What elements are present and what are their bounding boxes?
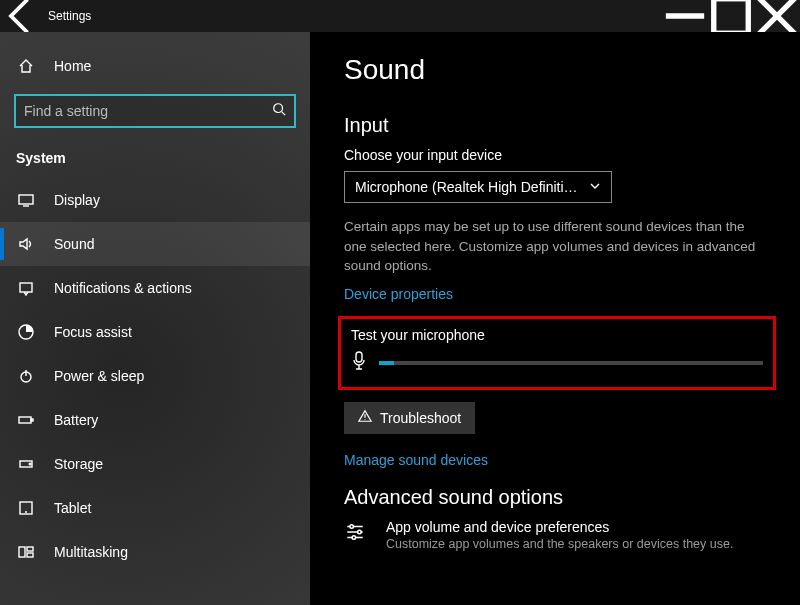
nav-home-label: Home — [54, 58, 91, 74]
window-controls — [662, 0, 800, 32]
svg-rect-14 — [356, 352, 362, 362]
storage-icon — [16, 454, 36, 474]
svg-point-17 — [352, 535, 356, 539]
microphone-meter-row — [351, 351, 763, 375]
sidebar-item-multitasking[interactable]: Multitasking — [0, 530, 310, 574]
back-button[interactable] — [0, 0, 44, 32]
input-device-dropdown[interactable]: Microphone (Realtek High Definiti… — [344, 171, 612, 203]
svg-point-15 — [350, 524, 354, 528]
search-container — [14, 94, 296, 128]
svg-rect-7 — [31, 419, 33, 421]
svg-rect-13 — [27, 553, 33, 557]
display-icon — [16, 190, 36, 210]
window-title: Settings — [44, 9, 91, 23]
maximize-button[interactable] — [708, 0, 754, 32]
sidebar-item-notifications[interactable]: Notifications & actions — [0, 266, 310, 310]
svg-rect-0 — [714, 0, 749, 33]
manage-devices-link[interactable]: Manage sound devices — [344, 452, 770, 468]
input-help-text: Certain apps may be set up to use differ… — [344, 217, 770, 276]
tablet-icon — [16, 498, 36, 518]
close-button[interactable] — [754, 0, 800, 32]
svg-point-16 — [358, 530, 362, 534]
nav-home[interactable]: Home — [0, 44, 310, 88]
microphone-level-meter — [379, 361, 763, 365]
main-panel: Sound Input Choose your input device Mic… — [310, 32, 800, 605]
app-volume-title: App volume and device preferences — [386, 519, 733, 535]
search-icon — [272, 102, 286, 120]
sidebar-item-display[interactable]: Display — [0, 178, 310, 222]
choose-input-label: Choose your input device — [344, 147, 770, 163]
sidebar-category: System — [0, 138, 310, 178]
search-field[interactable] — [14, 94, 296, 128]
sidebar-item-power[interactable]: Power & sleep — [0, 354, 310, 398]
battery-icon — [16, 410, 36, 430]
focus-icon — [16, 322, 36, 342]
notifications-icon — [16, 278, 36, 298]
sidebar: Home System Display Sound Notifications … — [0, 32, 310, 605]
dropdown-value: Microphone (Realtek High Definiti… — [355, 179, 578, 195]
sidebar-item-focus[interactable]: Focus assist — [0, 310, 310, 354]
test-microphone-label: Test your microphone — [351, 327, 763, 343]
advanced-heading: Advanced sound options — [344, 486, 770, 509]
input-heading: Input — [344, 114, 770, 137]
microphone-icon — [351, 351, 369, 375]
test-microphone-section: Test your microphone — [338, 316, 776, 390]
troubleshoot-label: Troubleshoot — [380, 410, 461, 426]
microphone-level-fill — [379, 361, 394, 365]
svg-point-1 — [274, 104, 283, 113]
troubleshoot-button[interactable]: Troubleshoot — [344, 402, 475, 434]
warning-icon — [358, 409, 372, 426]
sidebar-item-label: Multitasking — [54, 544, 128, 560]
app-volume-desc: Customize app volumes and the speakers o… — [386, 537, 733, 551]
svg-rect-11 — [19, 547, 25, 557]
search-input[interactable] — [24, 103, 272, 119]
sidebar-item-label: Notifications & actions — [54, 280, 192, 296]
sidebar-item-label: Storage — [54, 456, 103, 472]
sidebar-item-sound[interactable]: Sound — [0, 222, 310, 266]
sidebar-item-label: Battery — [54, 412, 98, 428]
sidebar-item-tablet[interactable]: Tablet — [0, 486, 310, 530]
title-bar: Settings — [0, 0, 800, 32]
sliders-icon — [344, 519, 372, 547]
svg-point-9 — [29, 463, 31, 465]
svg-rect-6 — [19, 417, 31, 423]
sound-icon — [16, 234, 36, 254]
svg-rect-3 — [20, 283, 32, 292]
svg-rect-12 — [27, 547, 33, 551]
app-volume-preferences[interactable]: App volume and device preferences Custom… — [344, 519, 770, 551]
sidebar-item-storage[interactable]: Storage — [0, 442, 310, 486]
multitasking-icon — [16, 542, 36, 562]
chevron-down-icon — [589, 179, 601, 195]
power-icon — [16, 366, 36, 386]
device-properties-link[interactable]: Device properties — [344, 286, 770, 302]
sidebar-item-label: Sound — [54, 236, 94, 252]
sidebar-item-label: Display — [54, 192, 100, 208]
minimize-button[interactable] — [662, 0, 708, 32]
sidebar-item-label: Tablet — [54, 500, 91, 516]
sidebar-category-label: System — [16, 150, 66, 166]
svg-rect-2 — [19, 195, 33, 204]
home-icon — [16, 56, 36, 76]
sidebar-item-label: Focus assist — [54, 324, 132, 340]
sidebar-item-battery[interactable]: Battery — [0, 398, 310, 442]
sidebar-item-label: Power & sleep — [54, 368, 144, 384]
page-heading: Sound — [344, 54, 770, 86]
